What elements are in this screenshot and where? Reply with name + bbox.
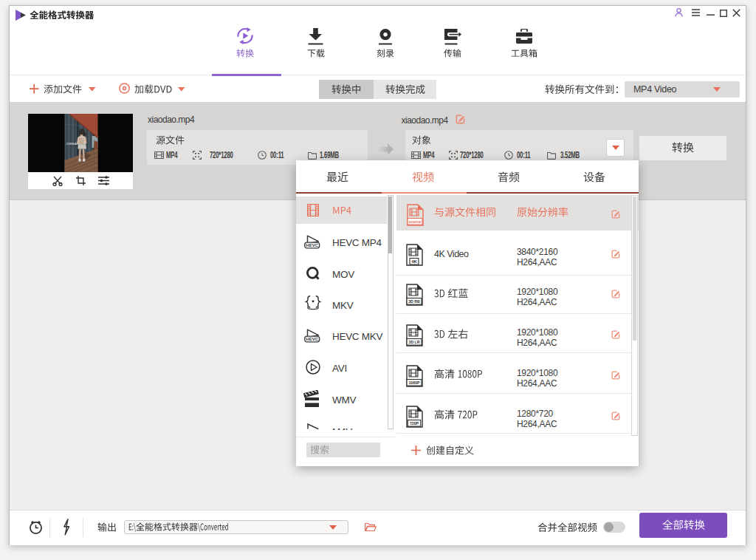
svg-text:720P: 720P — [410, 421, 419, 426]
svg-text:HEVC: HEVC — [306, 337, 318, 341]
svg-text:HEVC: HEVC — [306, 243, 318, 247]
svg-text:3D LR: 3D LR — [409, 340, 420, 344]
svg-text:source: source — [408, 219, 421, 224]
svg-text:4K: 4K — [411, 259, 417, 264]
svg-text:3D RB: 3D RB — [408, 299, 420, 304]
svg-text:1080P: 1080P — [408, 380, 420, 385]
